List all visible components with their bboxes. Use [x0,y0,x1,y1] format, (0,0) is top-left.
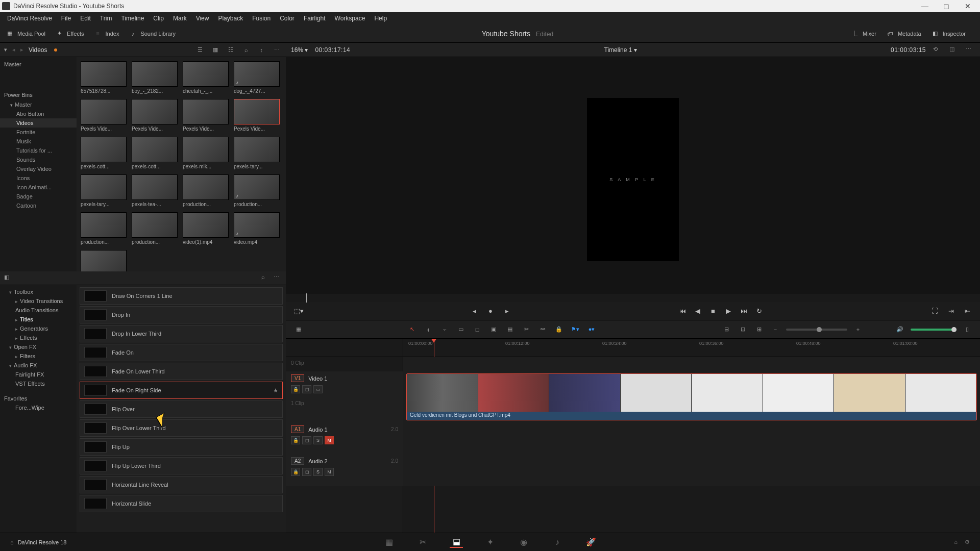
fx-title-item[interactable]: Horizontal Line Reveal [80,476,283,493]
dim-icon[interactable]: ▯ [962,324,973,335]
fx-title-item[interactable]: Draw On Corners 1 Line [80,287,283,305]
fx-title-item[interactable]: Flip Up Lower Third [80,457,283,474]
menu-clip[interactable]: Clip [149,14,168,23]
menu-help[interactable]: Help [370,14,391,23]
play-icon[interactable]: ▶ [723,306,734,317]
nav-prev-icon[interactable]: ◂ [469,306,480,317]
bin-videos[interactable]: Videos [0,118,77,128]
settings-icon[interactable]: ⚙ [965,539,970,545]
media-thumb[interactable]: pexels-cott... [81,137,127,169]
volume-slider[interactable] [911,329,957,331]
flag-icon[interactable]: ⚑▾ [570,324,581,335]
fullscreen-icon[interactable]: ⛶ [929,306,940,317]
fx-audiofx[interactable]: Audio FX [0,361,77,370]
fx-title-item[interactable]: Flip Over [80,400,283,418]
video-clip[interactable]: Geld verdienen mit Blogs und ChatGPT.mp4 [406,373,977,420]
media-thumb[interactable]: Pexels Vide... [183,99,229,132]
menu-workspace[interactable]: Workspace [331,14,370,23]
fx-title-item[interactable]: Fade On [80,344,283,361]
track-body-a2[interactable] [403,454,980,486]
menu-mark[interactable]: Mark [169,14,191,23]
zoom-plus[interactable]: + [852,324,864,335]
timeline-name-dropdown[interactable]: Timeline 1 ▾ [604,46,637,54]
marker-icon[interactable]: ●▾ [586,324,597,335]
media-thumb[interactable] [81,250,127,271]
blade-tool-icon[interactable]: ⫟ [439,324,450,335]
track-a1-tag[interactable]: A1 [291,425,304,433]
media-thumb[interactable]: dog_-_4727... [234,61,280,94]
nav-marker-icon[interactable]: ● [485,306,496,317]
play-reverse-icon[interactable]: ◀ [692,306,703,317]
link-icon[interactable]: ⚯ [537,324,548,335]
fx-vst[interactable]: VST Effects [0,379,77,388]
zoom-fit-icon[interactable]: ⊡ [737,324,748,335]
out-icon[interactable]: ⇥ [945,306,957,317]
bin-badge[interactable]: Badge [0,192,77,201]
media-thumb[interactable]: pexels-tea-... [132,174,178,207]
fx-openfx[interactable]: Open FX [0,342,77,352]
fit-icon[interactable]: ▤ [504,324,516,335]
selection-tool-icon[interactable]: ↖ [406,324,418,335]
home-icon[interactable]: ⌂ [10,539,14,545]
media-thumb[interactable]: production... [234,174,280,207]
sort-icon[interactable]: ↕ [256,46,266,54]
bin-fortnite[interactable]: Fortnite [0,128,77,137]
track-a1-mute[interactable]: M [325,436,334,444]
fx-search-icon[interactable]: ⌕ [261,274,270,282]
insert-icon[interactable]: ▭ [455,324,467,335]
page-fusion[interactable]: ✦ [483,537,497,548]
bin-abo[interactable]: Abo Button [0,109,77,118]
track-a1-lock[interactable]: 🔒 [291,436,300,444]
lock-icon[interactable]: 🔒 [553,324,565,335]
bin-tutorials[interactable]: Tutorials for ... [0,146,77,155]
timeline-view-icon[interactable]: ▦ [293,324,304,335]
page-media[interactable]: ▦ [382,537,396,548]
bin-dropdown[interactable]: ▾ [4,46,7,53]
loop-icon[interactable]: ↻ [753,306,765,317]
maximize-button[interactable]: ◻ [936,1,957,11]
fx-audio-transitions[interactable]: Audio Transitions [0,306,77,315]
page-deliver[interactable]: 🚀 [584,537,598,548]
page-edit[interactable]: ⬓ [450,537,463,548]
fx-options-icon[interactable]: ⋯ [274,274,282,282]
bypass-icon[interactable]: ⟲ [933,46,942,54]
media-pool-toggle[interactable]: ▦ Media Pool [5,29,45,38]
metadata-toggle[interactable]: 🏷 Metadata [886,29,921,38]
viewer-scrubber[interactable] [286,293,980,302]
fx-effects[interactable]: Effects [0,333,77,342]
fx-title-item[interactable]: Horizontal Slide [80,495,283,512]
dual-viewer-icon[interactable]: ◫ [949,46,959,54]
media-thumb[interactable]: production... [183,174,229,207]
fx-title-item[interactable]: Flip Up [80,438,283,456]
mixer-toggle[interactable]: ⎿ Mixer [850,29,876,38]
index-toggle[interactable]: ≡ Index [93,29,119,38]
media-thumb[interactable]: video.mp4 [234,212,280,245]
media-thumb[interactable]: production... [132,212,178,245]
media-thumb[interactable]: cheetah_-_... [183,61,229,94]
track-body-v1[interactable]: Geld verdienen mit Blogs und ChatGPT.mp4 [403,371,980,422]
viewer-zoom[interactable]: 16% ▾ [291,46,308,54]
track-v1-toggle[interactable]: ◻ [302,385,311,393]
minimize-button[interactable]: — [915,1,935,11]
bin-sounds[interactable]: Sounds [0,155,77,164]
menu-fusion[interactable]: Fusion [248,14,275,23]
fx-generators[interactable]: Generators [0,324,77,333]
fx-title-item[interactable]: Fade On Right Side★ [80,382,283,399]
bin-icons[interactable]: Icons [0,173,77,183]
goto-end-icon[interactable]: ⏭ [738,306,749,317]
fx-title-item[interactable]: Flip Over Lower Third [80,419,283,437]
media-thumb[interactable]: production... [81,212,127,245]
menu-file[interactable]: File [57,14,75,23]
track-a1-toggle[interactable]: ◻ [302,436,311,444]
zoom-minus[interactable]: − [770,324,781,335]
track-v1-tag[interactable]: V1 [291,374,304,382]
fx-filters[interactable]: Filters [0,352,77,361]
media-thumb[interactable]: 657518728... [81,61,127,94]
bin-musik[interactable]: Musik [0,137,77,146]
zoom-out-icon[interactable]: ⊟ [721,324,732,335]
view-grid-icon[interactable]: ▦ [210,46,220,54]
timeline-ruler[interactable]: 01:00:00:00 01:00:12:00 01:00:24:00 01:0… [403,339,980,357]
media-thumb[interactable]: boy_-_2182... [132,61,178,94]
track-a2-lock[interactable]: 🔒 [291,468,300,476]
overwrite-icon[interactable]: □ [472,324,483,335]
